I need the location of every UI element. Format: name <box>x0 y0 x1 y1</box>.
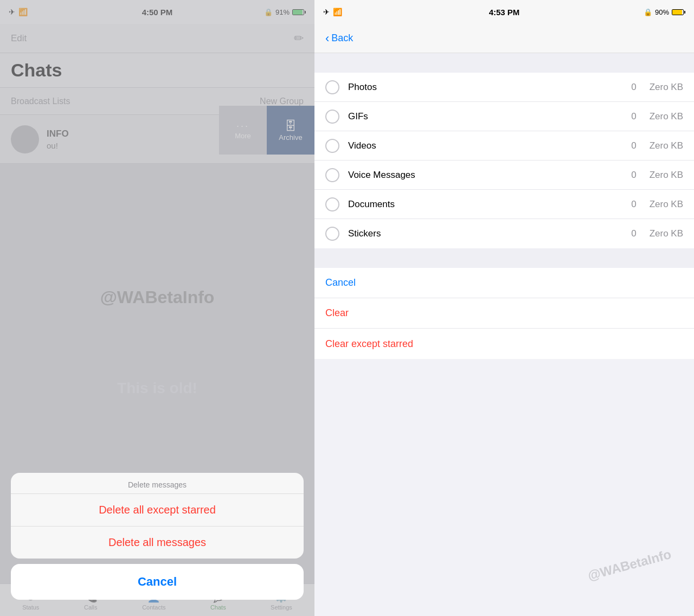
watermark-right: @WABetaInfo <box>586 547 673 583</box>
battery-pct-right: 90% <box>655 8 669 16</box>
media-label-stickers: Stickers <box>348 228 631 239</box>
radio-voice[interactable] <box>325 168 339 182</box>
radio-gifs[interactable] <box>325 110 339 124</box>
status-time-right: 4:53 PM <box>489 8 520 17</box>
media-size-documents: Zero KB <box>650 199 683 210</box>
clear-action-label: Clear <box>325 307 349 319</box>
dialog-cancel-button[interactable]: Cancel <box>11 564 304 600</box>
media-count-documents: 0 <box>631 199 636 210</box>
media-size-stickers: Zero KB <box>650 228 683 239</box>
media-row-documents[interactable]: Documents 0 Zero KB <box>314 190 694 219</box>
airplane-icon-right: ✈ <box>323 8 330 16</box>
cancel-action-item[interactable]: Cancel <box>314 268 694 298</box>
delete-all-messages-button[interactable]: Delete all messages <box>11 527 304 559</box>
media-count-voice: 0 <box>631 170 636 181</box>
media-row-videos[interactable]: Videos 0 Zero KB <box>314 131 694 161</box>
back-label: Back <box>331 33 353 44</box>
action-section: Cancel Clear Clear except starred <box>314 268 694 359</box>
status-bar-right: ✈ 📶 4:53 PM 🔒 90% <box>314 0 694 24</box>
battery-area-right: 🔒 90% <box>644 8 685 16</box>
media-size-videos: Zero KB <box>650 140 683 151</box>
dialog-watermark: This is old! <box>117 380 197 397</box>
radio-videos[interactable] <box>325 139 339 153</box>
media-label-documents: Documents <box>348 199 631 210</box>
right-panel: ✈ 📶 4:53 PM 🔒 90% ‹ Back Photos <box>314 0 694 616</box>
lock-icon-right: 🔒 <box>644 8 652 16</box>
media-row-gifs[interactable]: GIFs 0 Zero KB <box>314 102 694 131</box>
media-count-videos: 0 <box>631 140 636 151</box>
radio-stickers[interactable] <box>325 227 339 241</box>
media-size-voice: Zero KB <box>650 170 683 181</box>
delete-dialog: Delete messages Delete all except starre… <box>11 473 304 559</box>
dialog-title: Delete messages <box>11 473 304 494</box>
back-chevron-icon: ‹ <box>325 31 329 46</box>
media-list: Photos 0 Zero KB GIFs 0 Zero KB Videos 0… <box>314 73 694 248</box>
dialog-overlay: This is old! Delete messages Delete all … <box>0 0 314 616</box>
section-header-top <box>314 53 694 73</box>
clear-action-item[interactable]: Clear <box>314 298 694 329</box>
nav-bar-right: ‹ Back <box>314 24 694 53</box>
media-label-videos: Videos <box>348 140 631 151</box>
media-count-stickers: 0 <box>631 228 636 239</box>
media-label-gifs: GIFs <box>348 111 631 122</box>
dialog-cancel-box: Cancel <box>11 564 304 600</box>
media-row-voice[interactable]: Voice Messages 0 Zero KB <box>314 161 694 190</box>
delete-except-starred-button[interactable]: Delete all except starred <box>11 494 304 527</box>
media-label-photos: Photos <box>348 82 631 93</box>
left-panel: ✈ 📶 4:50 PM 🔒 91% Edit ✏ Chats Broadcast… <box>0 0 314 616</box>
cancel-action-label: Cancel <box>325 277 356 288</box>
media-count-gifs: 0 <box>631 111 636 122</box>
battery-icon-right <box>672 9 685 15</box>
radio-documents[interactable] <box>325 197 339 211</box>
media-row-photos[interactable]: Photos 0 Zero KB <box>314 73 694 102</box>
media-size-gifs: Zero KB <box>650 111 683 122</box>
clear-except-starred-action-item[interactable]: Clear except starred <box>314 329 694 359</box>
clear-except-starred-label: Clear except starred <box>325 338 413 350</box>
media-label-voice: Voice Messages <box>348 170 631 181</box>
section-header-bottom <box>314 248 694 268</box>
back-button[interactable]: ‹ Back <box>325 31 353 46</box>
status-icons-right: ✈ 📶 <box>323 8 342 16</box>
radio-photos[interactable] <box>325 80 339 94</box>
media-size-photos: Zero KB <box>650 82 683 93</box>
wifi-icon-right: 📶 <box>333 8 342 16</box>
media-row-stickers[interactable]: Stickers 0 Zero KB <box>314 219 694 248</box>
media-count-photos: 0 <box>631 82 636 93</box>
